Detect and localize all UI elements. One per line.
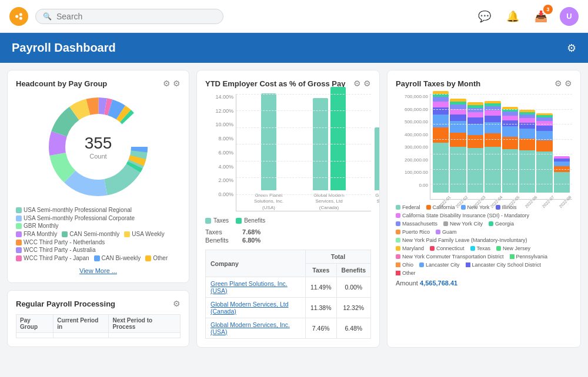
search-icon: 🔍 [43, 12, 52, 21]
bar-taxes-gps [261, 93, 276, 190]
legend-item: USA Semi-monthly Professional Corporate [16, 215, 135, 221]
top-navigation: 🔍 💬 🔔 📥 3 U [0, 0, 588, 33]
tax-legend-8: Ohio Lancaster City Lancaster City Schoo… [396, 262, 572, 268]
legend-newjersey: New Jersey [496, 245, 530, 251]
legend-federal: Federal [396, 204, 420, 210]
ytd-chart-legend: Taxes Benefits [205, 217, 371, 224]
col-next-period: Next Period to Process [109, 315, 181, 333]
benefits-legend-item: Benefits [236, 217, 265, 224]
amount-label: Amount [396, 280, 418, 287]
legend-mass: Massachusetts [396, 221, 437, 227]
benefits-col-header: Benefits [336, 264, 370, 277]
amount-value: 4,565,768.41 [420, 280, 457, 287]
company-cell[interactable]: Global Modern Services, Ltd (Canada) [206, 298, 306, 318]
legend-item: CAN Semi-monthly [62, 231, 119, 237]
legend-item: FRA Monthly [16, 231, 57, 237]
taxes-col-header: Taxes [305, 264, 336, 277]
legend-item: GBR Monthly [16, 223, 58, 229]
headcount-count-label: Count [85, 153, 112, 160]
benefits-stat-value: 6.80% [242, 237, 260, 244]
table-row: Global Modern Services, Inc. (USA) 7.46%… [206, 318, 371, 339]
legend-texas: Texas [470, 245, 491, 251]
col-current-period: Current Period in [54, 315, 109, 333]
benefits-stat-label: Benefits [205, 237, 240, 244]
tax-legend-4: Puerto Rico Guam [396, 229, 572, 235]
taxes-cell: 11.49% [305, 277, 336, 298]
total-header: Total [305, 250, 370, 264]
regular-payroll-title: Regular Payroll Processing [16, 299, 115, 308]
regular-payroll-table: Pay Group Current Period in Next Period … [16, 314, 181, 338]
headcount-legend: USA Semi-monthly Professional Regional U… [16, 207, 181, 261]
regular-payroll-card: Regular Payroll Processing ⚙ Pay Group C… [7, 290, 189, 347]
legend-other: Other [396, 270, 416, 276]
workday-logo[interactable] [9, 7, 28, 26]
legend-connecticut: Connecticut [430, 245, 465, 251]
left-column: Headcount by Pay Group ⚙ ⚙ [7, 70, 189, 348]
taxes-legend-label: Taxes [213, 217, 229, 224]
svg-point-0 [15, 15, 18, 18]
svg-point-1 [19, 13, 22, 16]
settings-icon[interactable]: ⚙ [567, 42, 576, 55]
inbox-button[interactable]: 📥 3 [532, 7, 550, 26]
legend-casdi: California State Disability Insurance (S… [396, 213, 529, 218]
benefits-cell: 0.00% [336, 277, 370, 298]
tax-legend-7: New York Commuter Transportation Distric… [396, 254, 572, 260]
legend-item: WCC Third Party - Australia [16, 247, 96, 253]
legend-nyctd: New York Commuter Transportation Distric… [396, 254, 504, 260]
taxes-stat-label: Taxes [205, 228, 240, 235]
tax-legend-9: Other [396, 270, 572, 276]
tax-legend-3: Massachusetts New York City Georgia [396, 221, 572, 227]
inbox-badge: 3 [543, 5, 553, 14]
ytd-card: YTD Employer Cost as % of Gross Pay ⚙ ⚙ … [196, 70, 380, 348]
table-row: Green Planet Solutions, Inc. (USA) 11.49… [206, 277, 371, 298]
month-bar: 2022-07 [536, 113, 552, 199]
headcount-card-header: Headcount by Pay Group ⚙ ⚙ [16, 79, 181, 88]
month-bar: 2022-01 [433, 91, 449, 199]
bar-taxes-gmus [375, 127, 380, 190]
table-row: Global Modern Services, Ltd (Canada) 11.… [206, 298, 371, 318]
amount-row: Amount 4,565,768.41 [396, 280, 572, 287]
notifications-button[interactable]: 🔔 [503, 7, 522, 26]
taxes-legend-item: Taxes [205, 217, 229, 224]
legend-item: WCC Third Party - Japan [16, 255, 89, 261]
regular-payroll-header: Regular Payroll Processing ⚙ [16, 299, 181, 308]
legend-ohio: Ohio [396, 262, 413, 268]
search-bar[interactable]: 🔍 [35, 9, 223, 24]
regular-payroll-icons[interactable]: ⚙ [173, 299, 181, 308]
table-row [16, 333, 181, 338]
messages-icon: 💬 [478, 10, 491, 23]
bell-icon: 🔔 [506, 10, 519, 23]
taxes-stat: Taxes 7.68% [205, 228, 371, 235]
benefits-legend-label: Benefits [244, 217, 265, 224]
ytd-card-icons[interactable]: ⚙ ⚙ [353, 79, 371, 88]
page-header: Payroll Dashboard ⚙ [0, 33, 588, 63]
donut-chart: 355 Count [45, 94, 151, 200]
taxes-card: Payroll Taxes by Month ⚙ ⚙ 700,000.00 60… [387, 70, 581, 348]
taxes-cell: 7.46% [305, 318, 336, 339]
tax-legend-2: California State Disability Insurance (S… [396, 213, 572, 218]
company-cell[interactable]: Global Modern Services, Inc. (USA) [206, 318, 306, 339]
tax-legend-6: Maryland Connecticut Texas New Jersey [396, 245, 572, 251]
taxes-cell: 11.38% [305, 298, 336, 318]
taxes-legend-dot [205, 218, 211, 224]
taxes-card-icons[interactable]: ⚙ ⚙ [554, 79, 572, 88]
view-more-link[interactable]: View More ... [16, 267, 181, 274]
legend-item: CAN Bi-weekly [94, 255, 141, 261]
legend-item: USA Weekly [124, 231, 164, 237]
legend-item: WCC Third Party - Netherlands [16, 239, 105, 245]
legend-georgia: Georgia [489, 221, 514, 227]
legend-lcsd: Lancaster City School District [466, 262, 542, 268]
page-title: Payroll Dashboard [12, 41, 116, 55]
headcount-card-icons[interactable]: ⚙ ⚙ [163, 79, 181, 88]
company-cell[interactable]: Green Planet Solutions, Inc. (USA) [206, 277, 306, 298]
tax-legend-5: New York Paid Family Leave (Mandatory-In… [396, 237, 572, 243]
taxes-stat-value: 7.68% [242, 228, 260, 235]
col-pay-group: Pay Group [16, 315, 54, 333]
messages-button[interactable]: 💬 [475, 7, 494, 26]
legend-guam: Guam [436, 229, 457, 235]
legend-lancaster: Lancaster City [419, 262, 460, 268]
bar-benefits-gmc [330, 87, 346, 190]
search-input[interactable] [56, 12, 216, 21]
avatar[interactable]: U [560, 7, 579, 26]
donut-center: 355 Count [85, 134, 112, 160]
